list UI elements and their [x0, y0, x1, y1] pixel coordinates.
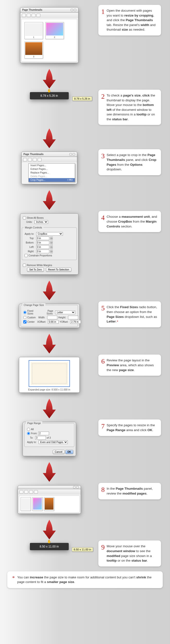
panel-title: Page Thumbnails [22, 8, 42, 11]
from-radio[interactable] [27, 432, 30, 435]
panel-header [18, 486, 81, 489]
step-2-card: 2 To check a page's size, click the thum… [98, 90, 161, 125]
margin-controls-title: Margin Controls [24, 226, 44, 230]
preview-area: Expanded page size: 8.500 x 11.000 in [19, 357, 80, 393]
menu-item-insert[interactable]: Insert Pages... [29, 164, 75, 167]
step-5-illustration: Change Page Size Fixed Sizes Page Sizes:… [0, 301, 98, 330]
page-thumbnail[interactable]: 3 [24, 42, 43, 58]
step-text: In the Page Thumbnails panel, review the… [106, 486, 157, 496]
options-dropdown: Insert Pages... Extract Pages... Replace… [28, 163, 75, 182]
page-thumbnail[interactable] [44, 497, 54, 511]
step-text: To check a page's size, click the thumbn… [106, 93, 157, 122]
set-to-zero-button[interactable]: Set To Zero [27, 268, 44, 272]
all-radio[interactable] [27, 428, 30, 431]
step-3-row: Page Thumbnails Insert Pages... Extract … [0, 149, 170, 187]
revert-button[interactable]: Revert To Selection [46, 268, 72, 272]
page-thumbnail[interactable] [21, 497, 31, 511]
tooltip-dimension: 8.78 x 5.26 in [72, 96, 92, 101]
toolbar-icon[interactable] [22, 14, 26, 17]
page-thumbnail[interactable]: 1 [24, 22, 43, 39]
step-text: Select a page to crop in the Page Thumbn… [106, 152, 157, 172]
page-range-group: Page Range All From: To: of 3 Apply to:E… [22, 422, 76, 456]
window-buttons [71, 9, 76, 11]
page-thumbnail[interactable]: 2 [46, 22, 64, 39]
step-5-row: Change Page Size Fixed Sizes Page Sizes:… [0, 301, 170, 330]
right-input[interactable] [36, 250, 49, 253]
toolbar-icon[interactable] [38, 158, 42, 161]
constrain-checkbox[interactable] [24, 254, 28, 257]
bottom-input[interactable] [36, 241, 49, 244]
arrow [0, 68, 98, 90]
preview-box [29, 360, 70, 387]
panel-header: Page Thumbnails [22, 152, 77, 157]
panel-toolbar [20, 12, 78, 18]
from-input[interactable] [38, 432, 49, 435]
toolbar-icon[interactable] [36, 14, 40, 17]
page-thumbnails-after [18, 485, 81, 514]
tooltip-dimension-after: 8.50 x 11.00 in [72, 547, 93, 552]
step-text: Specify the pages to resize in the Page … [106, 423, 157, 432]
footnote-text: You can increase the page size to make r… [17, 575, 158, 584]
preview-caption: Expanded page size: 8.500 x 11.000 in [22, 387, 76, 392]
step-9-row: ✋ 8.50 x 11.00 in 8.50 x 11.00 in 9 Move… [0, 540, 170, 566]
toolbar-icon[interactable] [27, 14, 30, 17]
panel-header: Page Thumbnails [20, 8, 78, 12]
page-thumbnails-panel: Page Thumbnails 1 2 3 [20, 7, 78, 63]
step-8-row: 8 In the Page Thumbnails panel, review t… [0, 483, 170, 516]
window-buttons [70, 153, 75, 156]
step-1-card: 1 Open the document with pages you want … [98, 5, 161, 36]
step-number: 5 [101, 305, 105, 324]
apply-to-select[interactable]: CropBox [36, 232, 63, 236]
cancel-button[interactable]: Cancel [53, 450, 64, 454]
step-number: 3 [101, 152, 105, 172]
step-number: 6 [101, 358, 105, 372]
show-all-boxes-checkbox[interactable] [23, 216, 26, 220]
step-2-row: ✋ 8.78 x 5.26 in 8.78 x 5.26 in 2 To che… [0, 90, 170, 125]
step-3-card: 3 Select a page to crop in the Page Thum… [98, 149, 161, 175]
center-checkbox[interactable] [23, 320, 26, 324]
xoffset-input[interactable] [48, 320, 58, 324]
ok-button[interactable]: OK [65, 450, 73, 454]
apply-to-select[interactable]: Even and Odd Pages [38, 440, 68, 444]
toolbar-icon[interactable] [23, 158, 27, 161]
arrow [0, 333, 98, 354]
page-sizes-select[interactable]: Letter [55, 310, 75, 314]
step-6-card: 6 Review the page layout in the Preview … [98, 354, 161, 376]
arrow [0, 280, 98, 301]
step-number: 7 [101, 423, 105, 432]
fixed-sizes-radio[interactable] [23, 311, 26, 314]
arrow [0, 189, 98, 211]
yoffset-input[interactable] [70, 320, 81, 324]
toolbar-icon[interactable] [32, 14, 36, 17]
step-4-illustration: Show All Boxes Units:Inches Margin Contr… [0, 211, 98, 277]
width-input [47, 316, 57, 319]
step-8-card: 8 In the Page Thumbnails panel, review t… [98, 483, 161, 499]
thumbnail-grid [19, 496, 80, 512]
top-input[interactable] [36, 236, 49, 240]
panel-title: Page Thumbnails [24, 153, 44, 156]
change-page-size-group: Change Page Size Fixed Sizes Page Sizes:… [19, 304, 80, 328]
menu-item-crop[interactable]: Crop Pages...⇧⌘D [29, 178, 75, 182]
hand-cursor-icon: ✋ [47, 540, 51, 544]
toolbar-icon[interactable] [28, 158, 32, 161]
menu-item-extract[interactable]: Extract Pages... [29, 167, 75, 171]
to-input[interactable] [35, 436, 46, 440]
step-text: Click the Fixed Sizes radio button, then… [106, 305, 157, 324]
step-9-illustration: ✋ 8.50 x 11.00 in 8.50 x 11.00 in [0, 540, 98, 552]
units-select[interactable]: Inches [34, 220, 48, 224]
status-bar-dimension: ✋ 8.78 x 5.26 in [30, 92, 69, 100]
step-number: 1 [101, 8, 105, 32]
status-bar-dimension-after: ✋ 8.50 x 11.00 in [30, 543, 69, 550]
step-1-illustration: Page Thumbnails 1 2 3 [0, 5, 98, 65]
step-8-illustration [0, 483, 98, 516]
page-thumbnail[interactable] [32, 497, 42, 511]
step-9-card: 9 Move your mouse over the document wind… [98, 540, 161, 566]
step-text: Open the document with pages you want to… [106, 8, 157, 32]
left-input[interactable] [36, 245, 49, 249]
arrow [0, 398, 98, 420]
custom-radio[interactable] [23, 316, 26, 319]
step-2-illustration: ✋ 8.78 x 5.26 in 8.78 x 5.26 in [0, 90, 98, 102]
toolbar-icon[interactable] [33, 158, 37, 161]
remove-white-checkbox[interactable] [23, 264, 26, 267]
menu-item-replace[interactable]: Replace Pages... [29, 171, 75, 174]
